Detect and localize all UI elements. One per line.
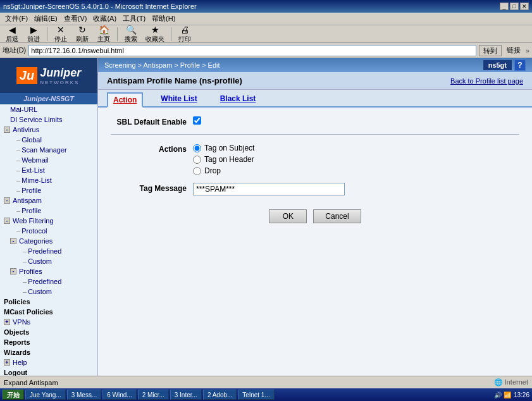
task-item-2[interactable]: 6 Wind... — [102, 390, 136, 400]
sidebar-item-profile-antispam[interactable]: – Profile — [0, 206, 97, 216]
sidebar-item-profiles[interactable]: - Profiles — [0, 266, 97, 276]
expand-antivirus-icon[interactable]: - — [4, 126, 10, 133]
sidebar-item-antivirus[interactable]: - Antivirus — [0, 125, 97, 135]
task-item-5[interactable]: 2 Adob... — [203, 390, 237, 400]
sidebar-item-di-service-limits[interactable]: DI Service Limits — [0, 114, 97, 125]
sidebar-item-reports[interactable]: Reports — [0, 337, 97, 347]
menu-edit[interactable]: 编辑(E) — [32, 13, 60, 24]
cancel-button[interactable]: Cancel — [313, 209, 361, 223]
status-bar: Expand Antispam 🌐 Internet — [0, 376, 532, 388]
address-input[interactable] — [28, 45, 476, 56]
sidebar-label: Global — [22, 136, 42, 144]
sidebar-item-predefined-prof[interactable]: – Predefined — [0, 276, 97, 287]
sidebar-item-profile-av[interactable]: – Profile — [0, 185, 97, 195]
print-button[interactable]: 🖨 打印 — [175, 24, 194, 44]
sidebar-item-policies[interactable]: Policies — [0, 297, 97, 307]
task-item-6[interactable]: Telnet 1... — [238, 390, 274, 400]
radio-drop-label[interactable]: Drop — [193, 166, 254, 175]
sidebar: Ju Juniper NETWORKS Juniper-NS5GT Mai-UR… — [0, 58, 98, 401]
sidebar-item-protocol[interactable]: – Protocol — [0, 226, 97, 236]
sidebar-item-antispam[interactable]: - Antispam — [0, 195, 97, 206]
sidebar-label: Custom — [28, 288, 52, 295]
sidebar-item-categories[interactable]: - Categories — [0, 236, 97, 246]
menu-file[interactable]: 文件(F) — [3, 13, 30, 24]
sidebar-item-global[interactable]: – Global — [0, 135, 97, 145]
sidebar-logo: Ju Juniper NETWORKS — [0, 58, 97, 93]
menu-tools[interactable]: 工具(T) — [120, 13, 148, 24]
ns5gt-badge: ns5gt — [483, 60, 512, 70]
form-area: SBL Default Enable Actions Tag on Subjec… — [98, 108, 532, 238]
task-item-0[interactable]: Jue Yang... — [25, 390, 66, 400]
sidebar-item-web-filtering[interactable]: - Web Filtering — [0, 216, 97, 226]
expand-webfiltering-icon[interactable]: - — [4, 218, 10, 224]
tab-white-list[interactable]: White List — [156, 92, 202, 108]
radio-tag-header[interactable] — [193, 156, 201, 164]
sidebar-item-wizards[interactable]: Wizards — [0, 347, 97, 357]
maximize-button[interactable]: □ — [510, 3, 519, 10]
sidebar-item-custom-cat[interactable]: – Custom — [0, 256, 97, 266]
logo-text: Juniper — [40, 66, 81, 80]
back-to-profile-link[interactable]: Back to Profile list page — [450, 77, 523, 85]
sidebar-label: Profiles — [19, 268, 42, 275]
dash-icon: – — [23, 247, 27, 255]
tag-message-input[interactable] — [193, 183, 345, 195]
taskbar-right: 🔊 📶 13:26 — [494, 392, 529, 398]
logo-sub: NETWORKS — [40, 80, 81, 85]
expand-vpns-icon[interactable]: + — [4, 319, 10, 325]
tab-black-list[interactable]: Black List — [215, 92, 261, 108]
expand-profiles-icon[interactable]: - — [10, 268, 16, 275]
sidebar-item-objects[interactable]: Objects — [0, 327, 97, 337]
drop-text: Drop — [204, 166, 221, 175]
refresh-button[interactable]: ↻ 刷新 — [73, 24, 92, 44]
close-button[interactable]: ✕ — [520, 3, 529, 10]
tag-subject-text: Tag on Subject — [204, 144, 254, 152]
search-button[interactable]: 🔍 搜索 — [121, 24, 140, 44]
help-button[interactable]: ? — [514, 59, 526, 71]
menu-help[interactable]: 帮助(H) — [149, 13, 178, 24]
go-button[interactable]: 转到 — [479, 45, 502, 56]
back-button[interactable]: ◀ 后退 — [3, 24, 22, 44]
sidebar-label: Custom — [28, 257, 52, 265]
expand-antispam-icon[interactable]: - — [4, 197, 10, 204]
sidebar-item-predefined-cat[interactable]: – Predefined — [0, 246, 97, 256]
sidebar-label: Reports — [4, 338, 30, 346]
radio-drop[interactable] — [193, 167, 201, 175]
sidebar-label: Categories — [19, 237, 53, 245]
sbl-checkbox[interactable] — [193, 116, 201, 125]
ok-button[interactable]: OK — [269, 209, 307, 223]
sidebar-item-mai-url[interactable]: Mai-URL — [0, 104, 97, 114]
sidebar-label: Mai-URL — [10, 106, 37, 113]
sidebar-item-vpns[interactable]: + VPNs — [0, 317, 97, 327]
sidebar-item-ext-list[interactable]: – Ext-List — [0, 165, 97, 175]
task-item-3[interactable]: 2 Micr... — [138, 390, 169, 400]
expand-categories-icon[interactable]: - — [10, 238, 16, 244]
window-controls: _ □ ✕ — [500, 3, 529, 10]
radio-tag-subject[interactable] — [193, 144, 201, 152]
task-item-4[interactable]: 3 Inter... — [170, 390, 202, 400]
sidebar-item-webmail[interactable]: – Webmail — [0, 155, 97, 165]
expand-help-icon[interactable]: + — [4, 359, 10, 366]
sidebar-item-help[interactable]: + Help — [0, 357, 97, 367]
sidebar-item-scan-manager[interactable]: – Scan Manager — [0, 145, 97, 155]
forward-button[interactable]: ▶ 前进 — [24, 24, 43, 44]
menu-view[interactable]: 查看(V) — [61, 13, 90, 24]
sidebar-item-mcast-policies[interactable]: MCast Policies — [0, 307, 97, 317]
sidebar-device[interactable]: Juniper-NS5GT — [0, 93, 97, 104]
menu-favorites[interactable]: 收藏(A) — [90, 13, 119, 24]
radio-tag-header-label[interactable]: Tag on Header — [193, 155, 254, 164]
sidebar-item-mime-list[interactable]: – Mime-List — [0, 175, 97, 185]
task-item-1[interactable]: 3 Mess... — [67, 390, 102, 400]
favorites-button[interactable]: ★ 收藏夹 — [143, 24, 167, 44]
sidebar-item-custom-prof[interactable]: – Custom — [0, 287, 97, 297]
tab-bar: Action White List Black List — [98, 90, 532, 108]
minimize-button[interactable]: _ — [500, 3, 509, 10]
start-button[interactable]: 开始 — [3, 390, 24, 400]
print-icon: 🖨 — [180, 25, 189, 35]
sidebar-label: Wizards — [4, 349, 30, 356]
sidebar-label: Antivirus — [13, 126, 39, 133]
radio-tag-subject-label[interactable]: Tag on Subject — [193, 144, 254, 152]
sidebar-label: Protocol — [22, 227, 47, 235]
tab-action[interactable]: Action — [107, 92, 143, 108]
stop-button[interactable]: ✕ 停止 — [51, 24, 70, 44]
home-button[interactable]: 🏠 主页 — [94, 24, 113, 44]
